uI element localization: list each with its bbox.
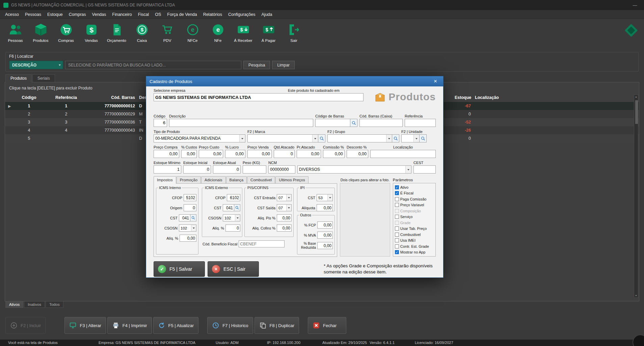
- marca-search-icon[interactable]: [318, 134, 325, 142]
- duplicar-button[interactable]: F8 | Duplicar: [254, 317, 299, 334]
- param-checkbox-servi-o[interactable]: Serviço: [395, 214, 434, 219]
- preco-custo-input[interactable]: [199, 150, 223, 158]
- unidade-search-icon[interactable]: [420, 134, 427, 142]
- ncm-desc-combo[interactable]: DIVERSOS: [297, 165, 411, 174]
- toolbar-produtos[interactable]: Produtos: [28, 21, 53, 43]
- icms-ext-cfop-input[interactable]: [227, 194, 240, 201]
- tab-ativos[interactable]: Ativos: [5, 301, 23, 308]
- menu-item-fiscal[interactable]: Fiscal: [135, 10, 152, 19]
- cst-search-icon[interactable]: [234, 204, 240, 211]
- comissao-input[interactable]: [323, 150, 345, 158]
- param-checkbox-combustivel[interactable]: Combustivel: [395, 232, 434, 237]
- column-header-localizacao[interactable]: Localização: [473, 95, 517, 100]
- icms-ext-aliq-input[interactable]: [225, 224, 240, 232]
- fechar-button[interactable]: Fechar: [308, 317, 346, 334]
- tab-ultimos-precos[interactable]: Ultimos Preços: [275, 176, 308, 183]
- param-checkbox-usa-imei[interactable]: Usa IMEI: [395, 238, 434, 243]
- fcp-input[interactable]: [317, 221, 333, 229]
- tab-produtos[interactable]: Produtos: [5, 74, 32, 82]
- tab-adicionais[interactable]: Adicionais: [201, 176, 225, 183]
- search-button[interactable]: Pesquisa: [243, 61, 270, 69]
- toolbar-nfce[interactable]: e NFCe: [180, 21, 205, 43]
- menu-item-pessoas[interactable]: Pessoas: [22, 10, 44, 19]
- menu-item-acesso[interactable]: Acesso: [2, 10, 22, 19]
- column-header-barras[interactable]: Cód. Barras: [88, 95, 137, 100]
- scroll-down-icon[interactable]: ▼: [635, 294, 637, 297]
- product-photo-area[interactable]: [340, 183, 390, 257]
- descricao-input[interactable]: [169, 119, 313, 127]
- column-header-codigo[interactable]: Código: [14, 95, 44, 100]
- lucro-input[interactable]: [225, 150, 245, 158]
- peso-input[interactable]: [243, 165, 266, 174]
- param-checkbox-contr-est-grade[interactable]: Contr. Est. Grade: [395, 244, 434, 249]
- cst-entrada-combo[interactable]: 07: [277, 194, 292, 201]
- aliq-cofins-input[interactable]: [277, 224, 292, 232]
- toolbar-vendas[interactable]: $ Vendas: [79, 21, 104, 43]
- pr-atacado-input[interactable]: [297, 150, 321, 158]
- cst-search-icon[interactable]: [190, 214, 196, 221]
- menu-item-os[interactable]: OS: [152, 10, 164, 19]
- toolbar-orcamento[interactable]: Orçamento: [104, 21, 129, 43]
- grupo-combo[interactable]: [327, 134, 392, 142]
- param-checkbox-ativo[interactable]: ✓Ativo: [395, 185, 434, 190]
- historico-button[interactable]: F7 | Historico: [207, 317, 253, 334]
- beneficio-input[interactable]: [239, 240, 285, 247]
- icms-ext-cst-input[interactable]: [223, 204, 234, 211]
- menu-item-ajuda[interactable]: Ajuda: [259, 10, 275, 19]
- menu-item-for-a-de-venda[interactable]: Força de Venda: [164, 10, 200, 19]
- scrollbar-thumb[interactable]: [635, 100, 638, 124]
- param-checkbox--fiscal[interactable]: ✓É Fiscal: [395, 191, 434, 196]
- search-field-combo[interactable]: DESCRIÇÃO: [9, 61, 63, 69]
- tab-inativos[interactable]: Inativos: [24, 301, 45, 308]
- estoque-inicial-input[interactable]: [183, 165, 211, 174]
- imprimir-button[interactable]: F4 | Imprimir: [107, 317, 152, 334]
- barras-search-icon[interactable]: [350, 119, 357, 127]
- tab-balanca[interactable]: Balança: [226, 176, 247, 183]
- qtd-atacado-input[interactable]: [274, 150, 295, 158]
- tab-todos[interactable]: Todos: [46, 301, 63, 308]
- toolbar-a-receber[interactable]: $ Á Receber: [231, 21, 256, 43]
- company-input[interactable]: [154, 93, 364, 101]
- cst-saida-combo[interactable]: 07: [277, 204, 292, 211]
- localizacao-input[interactable]: [370, 150, 436, 158]
- tab-promocao[interactable]: Promoção: [177, 176, 201, 183]
- base-reduzida-input[interactable]: [317, 242, 333, 249]
- param-checkbox-usar-tab-pre-o[interactable]: Usar Tab. Preço: [395, 226, 434, 231]
- param-checkbox-mostrar-no-app[interactable]: ✓Mostrar no App: [395, 250, 434, 255]
- unidade-combo[interactable]: [401, 134, 420, 142]
- preco-compra-input[interactable]: [154, 150, 179, 158]
- menu-item-financeiro[interactable]: Financeiro: [109, 10, 135, 19]
- ipi-cst-combo[interactable]: 53: [317, 194, 333, 201]
- tipo-produto-combo[interactable]: 00-MERCADORIA PARA REVENDA: [154, 134, 245, 142]
- param-checkbox-pre-o-variavel[interactable]: Preço Variavel: [395, 203, 434, 208]
- icms-int-aliq-input[interactable]: [180, 235, 196, 242]
- cest-input[interactable]: [413, 165, 436, 174]
- marca-combo[interactable]: [247, 134, 318, 142]
- toolbar-compras[interactable]: Compras: [53, 21, 79, 43]
- mva-input[interactable]: [317, 232, 333, 239]
- desconto-input[interactable]: [347, 150, 368, 158]
- scroll-up-icon[interactable]: ▲: [635, 96, 637, 98]
- aliq-pis-input[interactable]: [277, 214, 292, 221]
- toolbar-sair[interactable]: Sair: [281, 21, 306, 43]
- column-header-estoque[interactable]: Estoque: [453, 95, 473, 100]
- search-input[interactable]: [65, 61, 241, 69]
- estoque-minimo-input[interactable]: [154, 165, 181, 174]
- atualizar-button[interactable]: F5 | Atualizar: [153, 317, 199, 334]
- toolbar-nfe[interactable]: e NFe: [205, 21, 231, 43]
- toolbar-caixa[interactable]: $ Caixa: [129, 21, 155, 43]
- clear-button[interactable]: Limpar: [272, 61, 295, 69]
- custos-input[interactable]: [181, 150, 197, 158]
- column-header-referencia[interactable]: Referência: [44, 95, 88, 100]
- toolbar-pdv[interactable]: PDV: [155, 21, 180, 43]
- tab-combustivel[interactable]: Combustivel: [247, 176, 275, 183]
- tab-seriais[interactable]: Seriais: [32, 74, 55, 82]
- preco-venda-input[interactable]: [247, 150, 272, 158]
- menu-item-configura-es[interactable]: Configurações: [225, 10, 259, 19]
- estoque-atual-input[interactable]: [213, 165, 241, 174]
- close-icon[interactable]: ×: [431, 78, 440, 85]
- menu-item-compras[interactable]: Compras: [66, 10, 89, 19]
- floating-widget[interactable]: [633, 335, 644, 346]
- alterar-button[interactable]: F3 | Alterar: [64, 317, 106, 334]
- referencia-input[interactable]: [405, 119, 436, 127]
